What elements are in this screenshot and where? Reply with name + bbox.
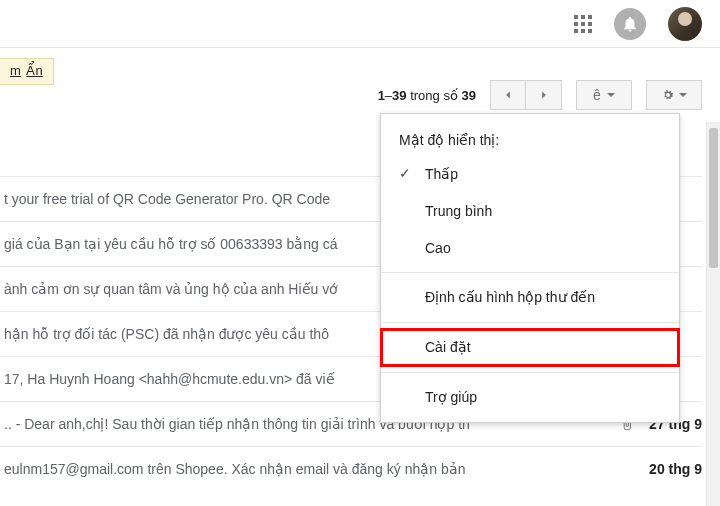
menu-item-label: Thấp	[425, 166, 458, 182]
input-tools-button[interactable]: ê	[576, 80, 632, 110]
menu-item-label: Cao	[425, 240, 451, 256]
apps-grid-icon[interactable]	[574, 15, 592, 33]
menu-separator	[381, 372, 679, 373]
settings-dropdown: Mật độ hiển thị: Thấp Trung bình Cao Địn…	[380, 113, 680, 423]
notifications-button[interactable]	[614, 8, 646, 40]
density-header: Mật độ hiển thị:	[381, 122, 679, 156]
density-medium[interactable]: Trung bình	[381, 193, 679, 230]
menu-item-label: Trung bình	[425, 203, 492, 219]
account-avatar[interactable]	[668, 7, 702, 41]
gear-icon	[661, 88, 675, 102]
menu-separator	[381, 272, 679, 273]
settings-item[interactable]: Cài đặt	[381, 329, 679, 366]
email-snippet: eulnm157@gmail.com trên Shopee. Xác nhận…	[4, 461, 635, 477]
density-low[interactable]: Thấp	[381, 156, 679, 193]
email-date: 20 thg 9	[649, 461, 702, 477]
list-toolbar: 1–39 trong số 39 ê	[378, 80, 702, 110]
menu-item-label: Cài đặt	[425, 339, 471, 355]
menu-item-label: Định cấu hình hộp thư đến	[425, 289, 595, 305]
menu-item-label: Trợ giúp	[425, 389, 477, 405]
caret-down-icon	[607, 93, 615, 97]
configure-inbox[interactable]: Định cấu hình hộp thư đến	[381, 279, 679, 316]
density-high[interactable]: Cao	[381, 230, 679, 267]
menu-separator	[381, 322, 679, 323]
settings-gear-button[interactable]	[646, 80, 702, 110]
input-tools-letter: ê	[593, 87, 601, 103]
pager-group	[490, 80, 562, 110]
pagination-count: 1–39 trong số 39	[378, 88, 476, 103]
vertical-scrollbar[interactable]	[706, 122, 720, 506]
promo-tab-frag2[interactable]: Ẩn	[26, 63, 42, 78]
top-app-bar	[0, 0, 720, 48]
scrollbar-thumb[interactable]	[709, 128, 718, 268]
bell-icon	[621, 15, 639, 33]
promo-tab-fragment: m Ẩn	[0, 58, 54, 85]
chevron-right-icon	[537, 88, 551, 102]
help-item[interactable]: Trợ giúp	[381, 379, 679, 416]
chevron-left-icon	[501, 88, 515, 102]
next-page-button[interactable]	[526, 80, 562, 110]
caret-down-icon	[679, 93, 687, 97]
prev-page-button[interactable]	[490, 80, 526, 110]
email-row[interactable]: eulnm157@gmail.com trên Shopee. Xác nhận…	[0, 446, 702, 491]
promo-tab-frag1: m	[10, 63, 21, 78]
